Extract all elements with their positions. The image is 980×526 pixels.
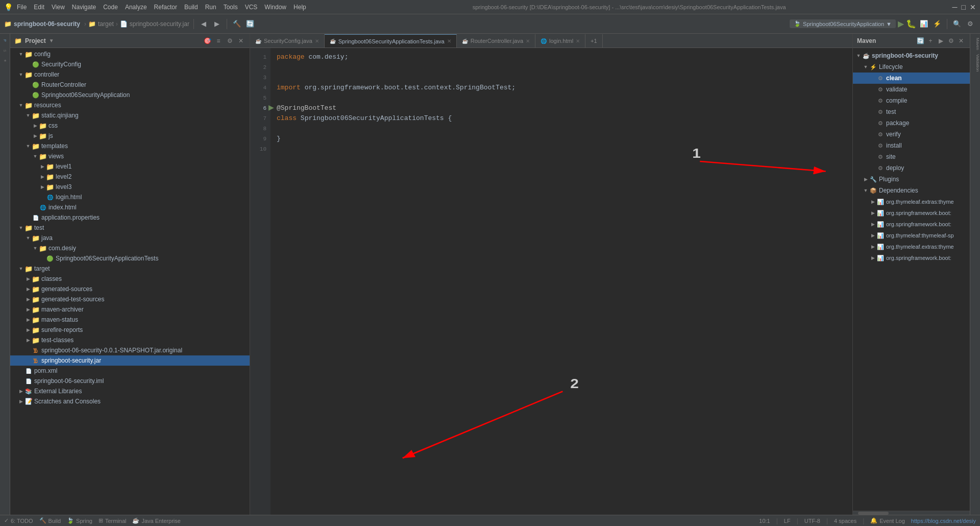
- tab-test-class[interactable]: ☕ Springboot06SecurityApplicationTests.j…: [325, 34, 457, 47]
- maven-item-compile[interactable]: ⚙ compile: [853, 95, 970, 106]
- locate-file-button[interactable]: 🎯: [203, 36, 212, 45]
- maven-item-dep-2[interactable]: ▶ 📊 org.springframework.boot:: [853, 207, 970, 219]
- expand-icon[interactable]: ▼: [32, 245, 39, 252]
- tree-item-test-class[interactable]: 🟢 Springboot06SecurityApplicationTests: [10, 253, 250, 264]
- tree-item-router-controller[interactable]: 🟢 RouterController: [10, 80, 250, 90]
- encoding-selector[interactable]: UTF-8: [804, 518, 820, 524]
- maven-item-package[interactable]: ⚙ package: [853, 117, 970, 129]
- tree-item-static[interactable]: ▼ 📁 static.qinjiang: [10, 110, 250, 121]
- structure-tool-button[interactable]: S: [1, 46, 10, 55]
- editor-content[interactable]: 1 2 3 4 5 6 7 8 9 10 ▶ package com.desiy…: [250, 48, 852, 515]
- maven-item-deploy[interactable]: ⚙ deploy: [853, 162, 970, 174]
- indent-selector[interactable]: 4 spaces: [834, 518, 856, 524]
- expand-icon[interactable]: ▼: [17, 265, 24, 272]
- expand-icon[interactable]: ▶: [39, 163, 46, 170]
- menu-code[interactable]: Code: [103, 4, 118, 11]
- tab-close-button[interactable]: ✕: [447, 38, 451, 44]
- maven-item-dependencies[interactable]: ▼ 📦 Dependencies: [853, 185, 970, 196]
- maven-item-clean[interactable]: ⚙ clean: [853, 73, 970, 84]
- gutter-run-icon[interactable]: ▶: [268, 103, 274, 111]
- maven-item-site[interactable]: ⚙ site: [853, 151, 970, 162]
- expand-icon[interactable]: ▼: [855, 53, 862, 58]
- window-controls[interactable]: ─ □ ✕: [952, 3, 976, 11]
- tree-item-level1[interactable]: ▶ 📁 level1: [10, 161, 250, 172]
- expand-icon[interactable]: ▶: [32, 132, 39, 139]
- tree-item-templates[interactable]: ▼ 📁 templates: [10, 141, 250, 151]
- tree-item-test[interactable]: ▼ 📁 test: [10, 223, 250, 233]
- tree-item-maven-archiver[interactable]: ▶ 📁 maven-archiver: [10, 304, 250, 315]
- tree-item-com-desiy[interactable]: ▼ 📁 com.desiy: [10, 243, 250, 253]
- debug-button[interactable]: 🐛: [906, 19, 916, 29]
- expand-icon[interactable]: ▶: [869, 255, 876, 260]
- tab-close-button[interactable]: ✕: [576, 38, 580, 44]
- maven-item-dep-1[interactable]: ▶ 📊 org.thymeleaf.extras:thyme: [853, 196, 970, 207]
- collapse-all-button[interactable]: ≡: [214, 36, 223, 45]
- expand-icon[interactable]: ▼: [24, 112, 32, 119]
- expand-icon[interactable]: ▶: [39, 183, 46, 190]
- expand-icon[interactable]: ▶: [17, 388, 24, 395]
- tab-security-config[interactable]: ☕ SecurityConfig.java ✕: [250, 34, 325, 47]
- tree-item-css[interactable]: ▶ 📁 css: [10, 121, 250, 131]
- project-tool-button[interactable]: P: [1, 36, 10, 45]
- maven-item-dep-4[interactable]: ▶ 📊 org.thymeleaf:thymeleaf-sp: [853, 230, 970, 241]
- maven-tab-button[interactable]: Maven: [971, 36, 980, 52]
- maven-item-validate[interactable]: ⚙ validate: [853, 84, 970, 95]
- spring-button[interactable]: 🍃 Spring: [67, 517, 92, 524]
- panel-dropdown-icon[interactable]: ▼: [49, 38, 54, 43]
- maven-item-verify[interactable]: ⚙ verify: [853, 129, 970, 140]
- settings-button[interactable]: ⚙: [965, 18, 976, 30]
- maven-item-dep-3[interactable]: ▶ 📊 org.springframework.boot:: [853, 219, 970, 230]
- maven-item-plugins[interactable]: ▶ 🔧 Plugins: [853, 174, 970, 185]
- run-button[interactable]: ▶: [898, 19, 904, 29]
- expand-icon[interactable]: ▼: [862, 64, 869, 69]
- expand-icon[interactable]: ▶: [24, 306, 32, 313]
- expand-icon[interactable]: ▶: [24, 275, 32, 282]
- terminal-button[interactable]: ⊞ Terminal: [99, 517, 127, 524]
- maven-scrollbar[interactable]: [853, 511, 970, 515]
- java-enterprise-button[interactable]: ☕ Java Enterprise: [132, 517, 180, 524]
- maven-add-button[interactable]: +: [926, 36, 935, 45]
- tab-close-button[interactable]: ✕: [315, 38, 319, 44]
- menu-view[interactable]: View: [52, 4, 65, 11]
- menu-window[interactable]: Window: [264, 4, 286, 11]
- tree-item-test-classes[interactable]: ▶ 📁 test-classes: [10, 335, 250, 345]
- expand-icon[interactable]: ▶: [32, 122, 39, 129]
- tab-close-button[interactable]: ✕: [526, 38, 530, 44]
- tree-item-iml[interactable]: 📄 springboot-06-security.iml: [10, 376, 250, 386]
- maven-scroll-thumb[interactable]: [858, 512, 889, 515]
- tree-item-login-html-views[interactable]: 🌐 login.html: [10, 192, 250, 202]
- expand-icon[interactable]: ▼: [24, 234, 32, 242]
- maven-item-lifecycle[interactable]: ▼ ⚡ Lifecycle: [853, 61, 970, 73]
- expand-icon[interactable]: ▼: [17, 224, 24, 231]
- back-button[interactable]: ◀: [198, 18, 209, 30]
- maven-item-root[interactable]: ▼ ☕ springboot-06-security: [853, 50, 970, 61]
- tree-item-gen-sources[interactable]: ▶ 📁 generated-sources: [10, 284, 250, 294]
- code-editor[interactable]: package com.desiy; import org.springfram…: [271, 48, 852, 515]
- menu-analyze[interactable]: Analyze: [125, 4, 147, 11]
- expand-icon[interactable]: ▼: [17, 102, 24, 109]
- event-log-button[interactable]: 🔔 Event Log: [870, 517, 905, 524]
- menu-edit[interactable]: Edit: [34, 4, 44, 11]
- menu-file[interactable]: File: [17, 4, 27, 11]
- menu-bar[interactable]: File Edit View Navigate Code Analyze Ref…: [17, 4, 306, 11]
- expand-icon[interactable]: ▼: [32, 153, 39, 160]
- tree-item-maven-status[interactable]: ▶ 📁 maven-status: [10, 315, 250, 325]
- tree-item-config[interactable]: ▼ 📁 config: [10, 49, 250, 59]
- expand-icon[interactable]: ▶: [869, 199, 876, 204]
- expand-icon[interactable]: ▶: [869, 233, 876, 238]
- maven-item-dep-5[interactable]: ▶ 📊 org.thymeleaf.extras:thyme: [853, 241, 970, 252]
- tree-item-controller[interactable]: ▼ 📁 controller: [10, 69, 250, 80]
- expand-icon[interactable]: ▶: [17, 398, 24, 405]
- tree-item-scratches[interactable]: ▶ 📝 Scratches and Consoles: [10, 396, 250, 407]
- tree-item-level2[interactable]: ▶ 📁 level2: [10, 172, 250, 182]
- tree-item-jar-selected[interactable]: 🗜 springboot-security.jar: [10, 355, 250, 366]
- tree-item-java[interactable]: ▼ 📁 java: [10, 233, 250, 243]
- maven-item-dep-6[interactable]: ▶ 📊 org.springframework.boot:: [853, 252, 970, 264]
- maven-item-install[interactable]: ⚙ install: [853, 140, 970, 151]
- menu-tools[interactable]: Tools: [224, 4, 238, 11]
- tree-item-target[interactable]: ▼ 📁 target: [10, 264, 250, 274]
- maven-refresh-button[interactable]: 🔄: [916, 36, 925, 45]
- close-button[interactable]: ✕: [970, 3, 976, 11]
- expand-icon[interactable]: ▼: [17, 51, 24, 58]
- expand-icon[interactable]: ▶: [24, 316, 32, 323]
